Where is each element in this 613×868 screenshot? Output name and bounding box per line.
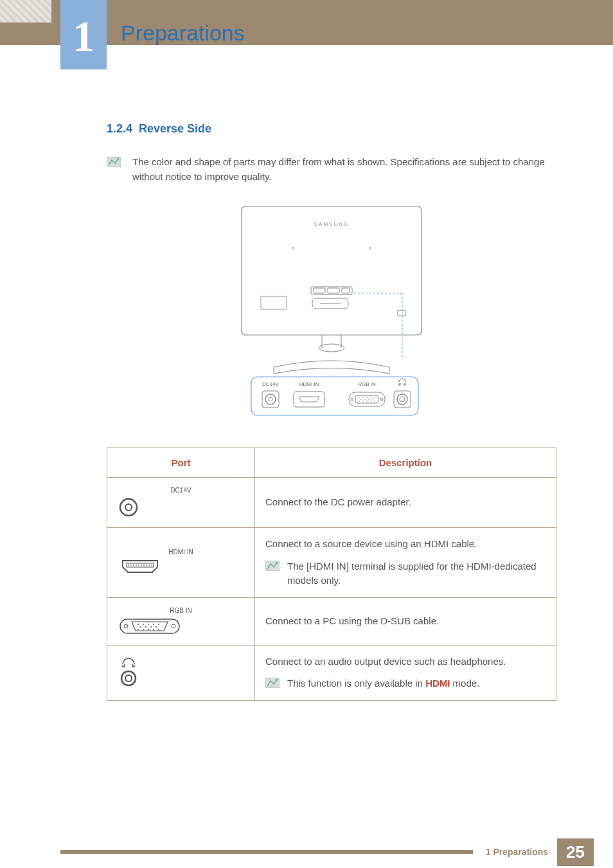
svg-rect-23 — [349, 392, 385, 406]
svg-point-56 — [153, 624, 154, 625]
svg-point-34 — [368, 399, 369, 400]
footer-bar — [60, 850, 473, 854]
svg-point-64 — [148, 629, 149, 630]
table-header-row: Port Description — [107, 448, 556, 478]
svg-point-49 — [276, 561, 278, 563]
monitor-diagram: SAMSUNG — [107, 203, 556, 422]
svg-point-37 — [362, 401, 364, 402]
svg-point-62 — [138, 629, 139, 630]
table-row: DC14V Connect to the DC power adapter. — [107, 478, 556, 528]
svg-point-70 — [276, 679, 278, 681]
section-heading: 1.2.4Reverse Side — [107, 122, 556, 136]
svg-point-51 — [124, 624, 128, 628]
headphone-icon — [118, 658, 139, 687]
dc-label: DC14V — [262, 381, 279, 387]
brand-label: SAMSUNG — [314, 221, 349, 227]
svg-point-68 — [125, 675, 132, 682]
svg-point-66 — [158, 629, 159, 630]
corner-hatch — [0, 0, 51, 23]
svg-point-58 — [140, 626, 141, 628]
svg-point-65 — [153, 629, 154, 630]
table-row: HDMI IN Connect to a source device using… — [107, 528, 556, 598]
monitor-rear-svg: SAMSUNG — [235, 203, 428, 422]
hdmi-icon — [118, 558, 163, 576]
svg-point-60 — [150, 626, 152, 628]
section-title: Reverse Side — [139, 122, 211, 135]
content-area: 1.2.4Reverse Side The color and shape of… — [107, 122, 556, 701]
desc-rgb: Connect to a PC using the D-SUB cable. — [255, 597, 556, 645]
svg-point-38 — [366, 401, 368, 402]
table-row: Connect to an audio output device such a… — [107, 645, 556, 700]
svg-point-43 — [400, 397, 405, 402]
desc-hdmi: Connect to a source device using an HDMI… — [255, 528, 556, 598]
svg-point-44 — [120, 499, 137, 516]
svg-point-33 — [364, 399, 366, 400]
svg-point-21 — [269, 397, 272, 401]
svg-point-30 — [370, 397, 371, 398]
svg-point-32 — [360, 399, 362, 400]
svg-point-61 — [155, 626, 157, 628]
port-hdmi: HDMI IN — [107, 528, 255, 598]
chapter-number-box: 1 — [60, 0, 107, 69]
chapter-number: 1 — [73, 14, 94, 58]
port-dc: DC14V — [107, 478, 255, 528]
svg-point-53 — [138, 624, 139, 625]
section-number: 1.2.4 — [107, 122, 132, 135]
svg-point-31 — [374, 397, 375, 398]
svg-point-42 — [397, 394, 407, 404]
svg-point-4 — [369, 248, 371, 249]
dc-jack-icon — [118, 496, 139, 518]
th-desc: Description — [255, 448, 556, 478]
port-headphone — [107, 645, 255, 700]
svg-point-39 — [370, 401, 371, 402]
svg-point-67 — [121, 671, 136, 685]
svg-point-45 — [125, 504, 132, 511]
svg-rect-22 — [294, 392, 324, 407]
desc-headphone: Connect to an audio output device such a… — [255, 645, 556, 700]
svg-rect-19 — [262, 391, 279, 408]
svg-rect-6 — [314, 288, 325, 293]
table-row: RGB IN Connect to a PC using the D-SUB c… — [107, 597, 556, 645]
footer: 1 Preparations 25 — [0, 836, 613, 868]
footer-label: 1 Preparations — [473, 847, 557, 857]
port-table: Port Description DC14V Connect to the DC… — [107, 448, 556, 701]
svg-point-28 — [362, 397, 364, 398]
top-note-text: The color and shape of parts may differ … — [132, 155, 556, 184]
svg-rect-14 — [398, 311, 405, 316]
svg-point-17 — [319, 344, 344, 352]
svg-point-63 — [143, 629, 144, 630]
svg-point-20 — [265, 394, 276, 404]
svg-rect-7 — [328, 288, 339, 293]
rgb-label: RGB IN — [358, 381, 376, 387]
svg-point-26 — [380, 398, 383, 401]
svg-rect-8 — [342, 288, 350, 293]
note-icon — [265, 561, 280, 571]
svg-point-55 — [148, 624, 149, 625]
svg-point-1 — [118, 158, 120, 160]
svg-point-3 — [292, 248, 294, 249]
svg-rect-24 — [355, 395, 378, 403]
svg-rect-11 — [261, 296, 287, 309]
note-icon — [107, 157, 121, 167]
svg-point-36 — [359, 401, 360, 402]
chapter-title: Preparations — [121, 21, 245, 46]
svg-point-35 — [372, 399, 373, 400]
th-port: Port — [107, 448, 255, 478]
port-rgb: RGB IN — [107, 597, 255, 645]
svg-point-40 — [374, 401, 375, 402]
vga-icon — [118, 617, 182, 636]
desc-dc: Connect to the DC power adapter. — [255, 478, 556, 528]
svg-point-59 — [145, 626, 147, 628]
svg-rect-50 — [120, 619, 179, 633]
svg-point-52 — [172, 624, 175, 628]
hdmi-label: HDMI IN — [299, 381, 319, 387]
note-icon — [265, 678, 280, 688]
svg-point-29 — [366, 397, 368, 398]
svg-point-25 — [351, 398, 353, 401]
svg-point-54 — [143, 624, 144, 625]
svg-point-57 — [158, 624, 159, 625]
svg-point-27 — [359, 397, 360, 398]
svg-rect-41 — [394, 391, 411, 408]
footer-page: 25 — [557, 838, 594, 866]
top-note: The color and shape of parts may differ … — [107, 155, 556, 184]
